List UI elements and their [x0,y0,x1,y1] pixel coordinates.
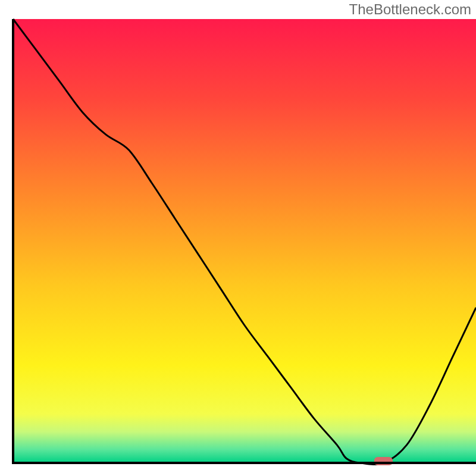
chart-svg [0,0,476,476]
watermark-label: TheBottleneck.com [349,1,471,18]
gradient-background [13,19,476,463]
bottleneck-chart: TheBottleneck.com [0,0,476,476]
